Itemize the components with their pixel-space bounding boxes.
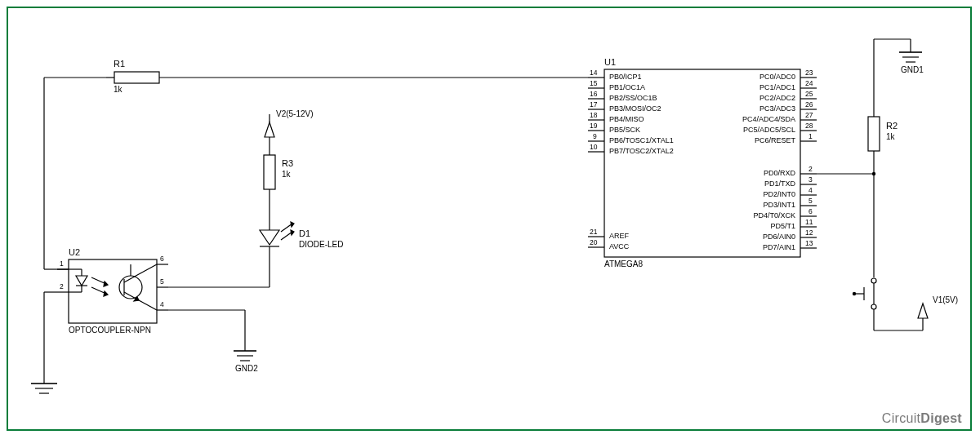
svg-point-83 <box>871 278 876 283</box>
u1-pc-num-5: 28 <box>805 122 813 130</box>
r2-ref: R2 <box>886 121 898 131</box>
r1-body <box>114 72 159 83</box>
r1-ref: R1 <box>114 59 125 69</box>
r2-val: 1k <box>886 132 895 141</box>
u1-pc-num-3: 26 <box>805 100 813 109</box>
svg-marker-43 <box>104 282 108 286</box>
u1-left-name-4: PB4/MISO <box>609 115 644 123</box>
u1-left-num-4: 18 <box>590 111 597 119</box>
u2-pin4: 4 <box>160 300 164 308</box>
svg-point-88 <box>853 292 856 295</box>
u1-left-name-6: PB6/TOSC1/XTAL1 <box>609 136 674 144</box>
u1-pd-name-6: PD6/AIN0 <box>763 233 795 241</box>
u1-left-name-1: PB1/OC1A <box>609 83 645 91</box>
u1-pc-name-4: PC4/ADC4/SDA <box>742 115 795 123</box>
v1-label: V1(5V) <box>933 295 958 304</box>
watermark: CircuitDigest <box>882 411 962 426</box>
u1-pd-name-3: PD3/INT1 <box>763 201 795 209</box>
svg-marker-45 <box>104 291 108 296</box>
u1-pd-num-0: 2 <box>808 165 813 173</box>
u1-pd-num-3: 5 <box>808 197 813 205</box>
schematic-stage: R1 1k R3 1k V2(5-12V) D1 DIODE-LED U2 OP… <box>0 0 980 439</box>
u1-pd-num-2: 4 <box>808 186 813 194</box>
svg-point-84 <box>871 304 876 309</box>
u1-left-name-8: AREF <box>609 232 629 240</box>
u1-pc-num-6: 1 <box>808 132 813 140</box>
u1-pc-name-6: PC6/RESET <box>755 136 795 144</box>
u1-pd-num-7: 13 <box>805 239 813 247</box>
svg-marker-66 <box>291 222 294 227</box>
u1-pd-name-0: PD0/RXD <box>764 169 795 177</box>
watermark-a: Circuit <box>882 411 920 425</box>
u1-left-num-2: 16 <box>590 90 597 98</box>
u1-val: ATMEGA8 <box>604 259 643 268</box>
u1-pc-num-1: 24 <box>805 79 813 87</box>
u1-left-num-8: 21 <box>590 228 597 236</box>
u1-left-num-9: 20 <box>590 238 597 246</box>
d1-ref: D1 <box>299 228 310 238</box>
u2-pin5: 5 <box>160 277 164 286</box>
u1-left-name-0: PB0/ICP1 <box>609 73 642 81</box>
u1-left-num-7: 10 <box>590 143 597 151</box>
svg-line-49 <box>139 300 157 310</box>
gnd1-label: GND1 <box>901 65 924 74</box>
u1-left-name-7: PB7/TOSC2/XTAL2 <box>609 147 674 155</box>
u1-pc-name-2: PC2/ADC2 <box>760 94 795 102</box>
u2-ref: U2 <box>69 247 80 257</box>
r3-body <box>264 155 275 189</box>
d1-val: DIODE-LED <box>299 240 343 249</box>
u1-left-name-3: PB3/MOSI/OC2 <box>609 104 662 113</box>
u1-pd-num-1: 3 <box>808 175 813 184</box>
u1-pc-name-3: PC3/ADC3 <box>760 104 795 113</box>
gnd2-label: GND2 <box>235 364 258 373</box>
u1-left-name-9: AVCC <box>609 242 629 251</box>
u1-pc-name-1: PC1/ADC1 <box>760 83 795 91</box>
v1-arrow-icon <box>918 304 928 318</box>
r1-val: 1k <box>114 85 122 94</box>
u1-pd-name-5: PD5/T1 <box>770 222 795 230</box>
u1-left-num-0: 14 <box>590 69 597 77</box>
u1-pd-num-4: 6 <box>808 207 813 215</box>
u1-pc-num-0: 23 <box>805 69 813 77</box>
watermark-b: Digest <box>920 411 962 425</box>
u1-pc-num-4: 27 <box>805 111 813 119</box>
u1-pd-name-1: PD1/TXD <box>764 180 795 188</box>
svg-marker-68 <box>291 230 294 235</box>
schematic-svg <box>0 0 980 439</box>
u1-pd-num-6: 12 <box>805 228 813 237</box>
svg-line-67 <box>281 232 292 240</box>
u2-pin2: 2 <box>60 282 64 290</box>
u2-pin1: 1 <box>60 259 64 268</box>
u1-left-name-2: PB2/SS/OC1B <box>609 94 657 102</box>
u1-pd-name-2: PD2/INT0 <box>763 190 795 198</box>
opto-led-icon <box>76 276 87 286</box>
u1-left-num-1: 15 <box>590 79 597 87</box>
u1-pc-name-5: PC5/ADC5/SCL <box>743 126 795 134</box>
u1-ref: U1 <box>604 57 616 67</box>
u1-pc-num-2: 25 <box>805 90 813 98</box>
r3-val: 1k <box>282 170 291 179</box>
u1-left-num-3: 17 <box>590 100 597 109</box>
u1-left-name-5: PB5/SCK <box>609 126 640 134</box>
svg-line-48 <box>139 264 157 274</box>
u1-left-num-5: 19 <box>590 122 597 130</box>
v2-label: V2(5-12V) <box>276 109 314 118</box>
u2-val: OPTOCOUPLER-NPN <box>69 326 151 335</box>
v2-arrow-icon <box>265 122 274 137</box>
d1-led-icon <box>260 230 279 245</box>
r3-ref: R3 <box>282 158 293 168</box>
u1-pd-num-5: 11 <box>805 218 813 226</box>
u1-left-num-6: 9 <box>593 132 597 140</box>
u1-pd-name-4: PD4/T0/XCK <box>753 211 795 220</box>
r2-body <box>868 117 880 151</box>
u1-pd-name-7: PD7/AIN1 <box>763 243 795 251</box>
u2-pin6: 6 <box>160 255 164 263</box>
u1-pc-name-0: PC0/ADC0 <box>760 73 795 81</box>
